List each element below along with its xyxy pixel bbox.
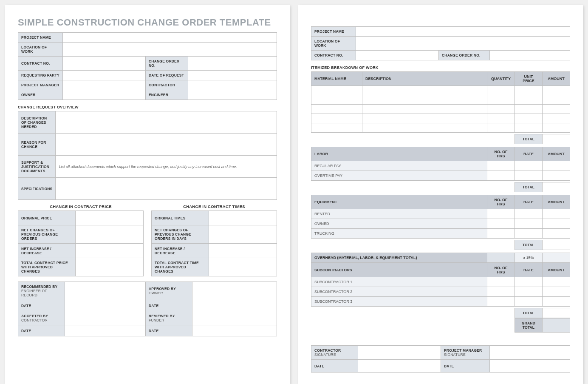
overview-row: SUPPORT & JUSTIFICATION DOCUMENTSList al… (18, 156, 277, 178)
section-row: TRUCKING (311, 229, 570, 239)
section-header: EQUIPMENTNO. OF HRSRATEAMOUNT (311, 195, 570, 209)
section-header: SUBCONTRACTORSNO. OF HRSRATEAMOUNT (311, 263, 570, 277)
table-row: NET CHANGES OF PREVIOUS CHANGE ORDERS IN… (152, 225, 277, 244)
material-row (311, 105, 570, 114)
section-row: SUBCONTRACTOR 3 (311, 297, 570, 307)
grand-total-row: GRAND TOTAL (311, 319, 570, 333)
signature-row: RECOMMENDED BYENGINEER OF RECORDAPPROVED… (18, 282, 277, 300)
info-row: PROJECT MANAGERCONTRACTOR (18, 80, 277, 90)
signature-block-1: RECOMMENDED BYENGINEER OF RECORDAPPROVED… (18, 282, 277, 336)
time-heading: CHANGE IN CONTRACT TIMES (151, 204, 277, 209)
total-row: TOTAL (311, 182, 570, 192)
section-row: OWNED (311, 219, 570, 229)
material-row (311, 123, 570, 133)
grand-total-table: GRAND TOTAL (311, 318, 570, 333)
material-row (311, 114, 570, 123)
section-row: REGULAR PAY (311, 161, 570, 171)
overview-table: DESCRIPTION OF CHANGES NEEDEDREASON FOR … (18, 111, 277, 200)
section-row: OVERTIME PAY (311, 171, 570, 181)
signature-row: ACCEPTED BYCONTRACTORREVIEWED BYFUNDER (18, 311, 277, 325)
material-row (311, 95, 570, 105)
labor-table: LABORNO. OF HRSRATEAMOUNTREGULAR PAYOVER… (311, 147, 570, 192)
section-row: RENTED (311, 209, 570, 219)
table-row: NET INCREASE / DECREASE (152, 244, 277, 258)
info-row: LOCATION OF WORK (18, 43, 277, 57)
itemized-heading: ITEMIZED BREAKDOWN OF WORK (311, 65, 570, 70)
signature-row: CONTRACTORSIGNATUREPROJECT MANAGERSIGNAT… (311, 346, 570, 360)
section-row: SUBCONTRACTOR 2 (311, 287, 570, 297)
total-row: TOTAL (311, 134, 570, 144)
signature-row: DATEDATE (311, 360, 570, 373)
overview-row: SPECIFICATIONS (18, 178, 277, 200)
overview-row: REASON FOR CHANGE (18, 134, 277, 156)
table-row: NET INCREASE / DECREASE (18, 244, 144, 258)
signature-row: DATEDATE (18, 300, 277, 311)
overhead-table: OVERHEAD (MATERIAL, LABOR, & EQUIPMENT T… (311, 253, 570, 263)
info-row: PROJECT NAME (18, 33, 277, 43)
total-row: TOTAL (311, 240, 570, 250)
info-row: CONTRACT NO.CHANGE ORDER NO. (18, 57, 277, 71)
info-row: LOCATION OF WORK (311, 37, 570, 51)
material-row (311, 86, 570, 95)
overhead-row: OVERHEAD (MATERIAL, LABOR, & EQUIPMENT T… (311, 253, 570, 263)
info-row: REQUESTING PARTYDATE OF REQUEST (18, 71, 277, 80)
page-2: PROJECT NAMELOCATION OF WORKCONTRACT NO.… (298, 5, 583, 384)
equipment-table: EQUIPMENTNO. OF HRSRATEAMOUNTRENTEDOWNED… (311, 195, 570, 250)
overview-row: DESCRIPTION OF CHANGES NEEDED (18, 111, 277, 134)
page-1: SIMPLE CONSTRUCTION CHANGE ORDER TEMPLAT… (5, 5, 290, 384)
material-table: MATERIAL NAMEDESCRIPTIONQUANTITYUNIT PRI… (311, 71, 570, 144)
signature-block-p2: CONTRACTORSIGNATUREPROJECT MANAGERSIGNAT… (311, 345, 570, 373)
price-heading: CHANGE IN CONTRACT PRICE (18, 204, 144, 209)
price-table: ORIGINAL PRICENET CHANGES OF PREVIOUS CH… (18, 210, 144, 276)
table-row: ORIGINAL PRICE (18, 211, 144, 225)
project-info-table: PROJECT NAMELOCATION OF WORKCONTRACT NO.… (18, 32, 277, 100)
page-title: SIMPLE CONSTRUCTION CHANGE ORDER TEMPLAT… (18, 17, 277, 28)
total-row: TOTAL (311, 308, 570, 318)
section-header: LABORNO. OF HRSRATEAMOUNT (311, 147, 570, 161)
info-row: PROJECT NAME (311, 27, 570, 37)
subcontractors-table: SUBCONTRACTORSNO. OF HRSRATEAMOUNTSUBCON… (311, 263, 570, 318)
info-row: OWNERENGINEER (18, 90, 277, 100)
info-row: CONTRACT NO.CHANGE ORDER NO. (311, 51, 570, 60)
table-row: ORIGINAL TIMES (152, 211, 277, 225)
time-table: ORIGINAL TIMESNET CHANGES OF PREVIOUS CH… (151, 210, 277, 276)
table-row: TOTAL CONTRACT TIME WITH APPROVED CHANGE… (152, 258, 277, 276)
table-row: NET CHANGES OF PREVIOUS CHANGE ORDERS (18, 225, 144, 244)
project-info-table-p2: PROJECT NAMELOCATION OF WORKCONTRACT NO.… (311, 26, 570, 60)
overview-heading: CHANGE REQUEST OVERVIEW (18, 105, 277, 109)
signature-row: DATEDATE (18, 325, 277, 336)
material-header: MATERIAL NAMEDESCRIPTIONQUANTITYUNIT PRI… (311, 72, 570, 86)
table-row: TOTAL CONTRACT PRICE WITH APPROVED CHANG… (18, 258, 144, 276)
section-row: SUBCONTRACTOR 1 (311, 277, 570, 287)
